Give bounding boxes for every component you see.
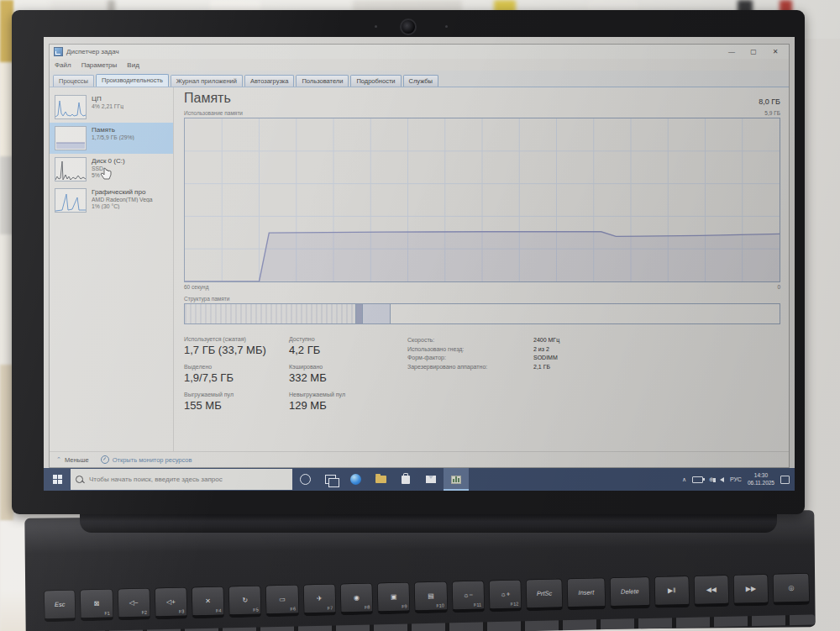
taskbar-search[interactable] <box>71 469 292 490</box>
key-f2-volume-down[interactable]: ◁−F2 <box>117 587 150 620</box>
key-f4-mic-mute[interactable]: ✕F4 <box>192 586 225 618</box>
key-glyph: ▶‖ <box>668 586 676 594</box>
menu-file[interactable]: Файл <box>55 61 71 69</box>
resource-monitor-icon <box>101 455 109 464</box>
maximize-button[interactable]: ▢ <box>744 48 763 55</box>
laptop-screen: Диспетчер задач — ▢ ✕ Файл Параметры Вид… <box>44 37 795 491</box>
tab-startup[interactable]: Автозагрузка <box>244 75 295 87</box>
sidebar-item-gpu[interactable]: Графический про AMD Radeon(TM) Vega 1% (… <box>50 185 173 216</box>
windows-logo-icon <box>53 475 62 484</box>
language-indicator[interactable]: РУС <box>730 476 742 482</box>
key-esc[interactable]: Esc <box>44 589 76 622</box>
task-manager-taskbar-button[interactable] <box>444 468 469 491</box>
stat-paged-pool: Выгружаемый пул 155 МБ <box>184 392 289 412</box>
search-icon <box>76 476 83 483</box>
tray-expand-chevron-icon[interactable]: ∧ <box>682 476 686 483</box>
key-f7-airplane[interactable]: ✈F7 <box>302 583 336 616</box>
composition-segment-modified <box>356 304 363 323</box>
memory-sparkline-icon <box>55 126 87 150</box>
disk-sparkline-icon <box>55 157 87 181</box>
start-button[interactable] <box>44 468 71 491</box>
detail-slots-used: Использовано гнезд: 2 из 2 <box>407 346 617 352</box>
store-button[interactable] <box>393 468 418 491</box>
key-f3-volume-up[interactable]: ◁+F3 <box>154 586 187 619</box>
key-label: F12 <box>511 602 519 607</box>
key-f6-touchpad[interactable]: ▭F6 <box>265 584 299 617</box>
tab-bar: Процессы Производительность Журнал прило… <box>50 71 789 87</box>
key-glyph: ✈ <box>317 595 323 602</box>
edge-button[interactable] <box>343 468 368 491</box>
key-f8-camera[interactable]: ◉F8 <box>340 582 374 615</box>
close-button[interactable]: ✕ <box>766 48 785 55</box>
fewer-details-button[interactable]: ⌃ Меньше <box>56 456 89 464</box>
clock[interactable]: 14:30 06.11.2025 <box>748 472 774 486</box>
key-delete[interactable]: Delete <box>609 576 650 609</box>
tab-users[interactable]: Пользователи <box>296 75 349 87</box>
key-f10-display[interactable]: ▤F10 <box>414 581 448 613</box>
battery-icon[interactable] <box>692 476 703 483</box>
key-glyph: ✕ <box>205 597 211 605</box>
detail-speed: Скорость: 2400 МГц <box>407 337 617 343</box>
menu-options[interactable]: Параметры <box>81 61 118 69</box>
search-input[interactable] <box>87 475 287 484</box>
key-label: F1 <box>104 611 110 616</box>
task-view-icon <box>325 475 336 484</box>
x-axis-right-label: 0 <box>777 284 780 290</box>
detail-hardware-reserved: Зарезервировано аппаратно: 2,1 ГБ <box>407 364 617 370</box>
key-glyph: ↻ <box>242 597 248 604</box>
task-view-button[interactable] <box>318 468 343 491</box>
key-prtsc[interactable]: PrtSc <box>526 578 564 611</box>
composition-segment-in-use <box>185 304 356 323</box>
speaker-icon[interactable] <box>720 477 724 482</box>
file-explorer-button[interactable] <box>368 468 393 491</box>
memory-composition-bar[interactable] <box>184 303 780 324</box>
stat-non-paged-pool: Невыгружаемый пул 129 МБ <box>289 392 386 412</box>
tab-performance[interactable]: Производительность <box>96 74 169 87</box>
sidebar-item-memory[interactable]: Память 1,7/5,9 ГБ (29%) <box>50 123 173 154</box>
tab-services[interactable]: Службы <box>403 75 438 87</box>
key-label: F9 <box>402 604 407 609</box>
microphone-dot <box>375 25 377 28</box>
memory-details: Скорость: 2400 МГц Использовано гнезд: 2… <box>407 337 617 412</box>
key-label: F11 <box>474 602 481 607</box>
key-f5-refresh[interactable]: ↻F5 <box>228 585 262 618</box>
title-bar[interactable]: Диспетчер задач — ▢ ✕ <box>50 45 789 59</box>
mail-icon <box>426 476 436 483</box>
stat-in-use: Используется (сжатая) 1,7 ГБ (33,7 МБ) <box>184 336 289 356</box>
key-glyph: ⊠ <box>93 600 99 607</box>
tab-app-history[interactable]: Журнал приложений <box>171 75 243 87</box>
key-label: F3 <box>179 609 185 614</box>
action-center-icon[interactable] <box>780 476 790 484</box>
detail-form-factor: Форм-фактор: SODIMM <box>407 355 617 360</box>
tab-details[interactable]: Подробности <box>350 75 401 87</box>
key-glyph: ▤ <box>428 592 434 600</box>
key-prev-track[interactable]: ◀◀ <box>693 575 729 607</box>
stat-cached: Кэшировано 332 МБ <box>289 364 386 384</box>
key-f1-mute[interactable]: ⊠F1 <box>80 588 113 621</box>
key-f11-brightness-down[interactable]: ☼−F11 <box>451 580 485 613</box>
task-manager-window: Диспетчер задач — ▢ ✕ Файл Параметры Вид… <box>49 44 790 468</box>
mail-button[interactable] <box>418 468 444 491</box>
key-f9-lock[interactable]: ▣F9 <box>377 581 411 614</box>
key-play-pause[interactable]: ▶‖ <box>654 576 690 608</box>
key-label: F2 <box>142 610 148 615</box>
window-title: Диспетчер задач <box>66 48 119 55</box>
stat-available: Доступно 4,2 ГБ <box>289 336 386 356</box>
menu-view[interactable]: Вид <box>127 61 139 69</box>
tab-processes[interactable]: Процессы <box>53 75 94 87</box>
key-f12-brightness-up[interactable]: ☼+F12 <box>488 579 522 612</box>
menu-bar: Файл Параметры Вид <box>50 59 789 71</box>
performance-sidebar: ЦП 4% 2,21 ГГц Память 1,7/5,9 ГБ (29%) <box>50 87 174 451</box>
open-resource-monitor-link[interactable]: Открыть монитор ресурсов <box>101 455 192 464</box>
key-next-track[interactable]: ▶▶ <box>732 574 769 607</box>
minimize-button[interactable]: — <box>722 48 741 55</box>
key-glyph: ▭ <box>279 596 286 603</box>
cortana-button[interactable] <box>292 468 318 491</box>
key-insert[interactable]: Insert <box>567 577 606 610</box>
sidebar-item-cpu[interactable]: ЦП 4% 2,21 ГГц <box>50 92 173 123</box>
webcam <box>400 18 417 35</box>
microphone-dot <box>445 25 448 28</box>
folder-icon <box>375 476 386 483</box>
store-bag-icon <box>402 476 410 484</box>
key-power[interactable]: ◎ <box>773 573 811 606</box>
